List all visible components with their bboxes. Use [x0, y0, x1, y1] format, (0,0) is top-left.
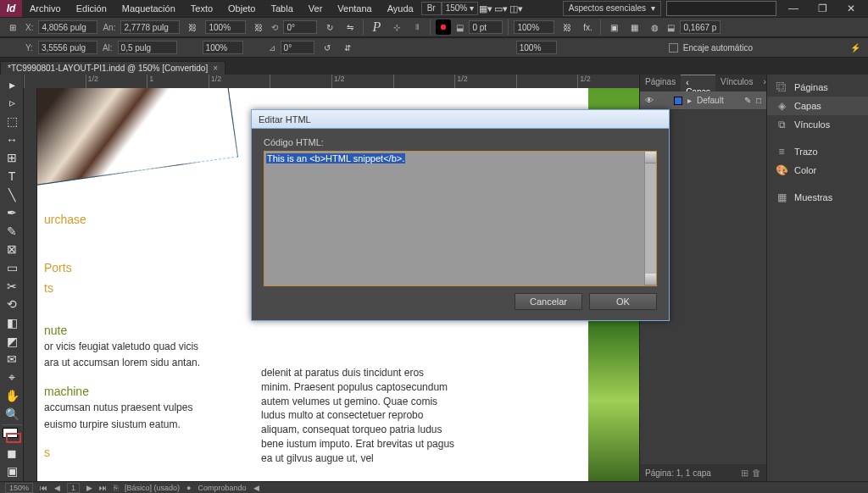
pen-icon[interactable]: ✎ [744, 96, 751, 105]
dock-capas[interactable]: ◈Capas [767, 97, 868, 115]
type-tool-icon[interactable]: T [2, 168, 22, 185]
rotate-cw-icon[interactable]: ↻ [322, 19, 337, 35]
menu-maquetacion[interactable]: Maquetación [114, 0, 183, 17]
note-tool-icon[interactable]: ✉ [2, 351, 22, 368]
view-options-icon[interactable]: ▦▾ [478, 1, 493, 16]
reference-point-icon[interactable]: ⊞ [5, 19, 20, 35]
tab-capas[interactable]: ‹ Capas [681, 75, 715, 91]
close-tab-icon[interactable]: × [213, 64, 218, 73]
autowrap-check[interactable] [669, 43, 678, 53]
ok-button[interactable]: OK [589, 293, 657, 310]
gradient-swatch-icon[interactable]: ◧ [2, 314, 22, 331]
scroll-left-icon[interactable]: ◀ [253, 484, 259, 492]
distribute-icon[interactable]: ⫴ [409, 19, 425, 35]
menu-ventana[interactable]: Ventana [330, 0, 379, 17]
link-scale2-icon[interactable]: ⛓ [559, 19, 575, 35]
workspace-switcher[interactable]: Aspectos esenciales ▾ [563, 1, 661, 16]
scroll-down-icon[interactable]: ▾ [645, 274, 656, 285]
rectangle-tool-icon[interactable]: ▭ [2, 259, 22, 276]
placed-image-top[interactable] [37, 88, 238, 188]
layer-expand-icon[interactable]: ▸ [687, 96, 692, 105]
fill-stroke-icon[interactable] [2, 424, 22, 443]
width-input[interactable] [120, 20, 180, 34]
dock-vinculos[interactable]: ⧉Vínculos [767, 115, 868, 134]
document-tab[interactable]: *TC9990801-LAYOUT-PI1.indd @ 150% [Conve… [0, 61, 225, 75]
gradient-feather-icon[interactable]: ◩ [2, 333, 22, 350]
rotate-ccw-icon[interactable]: ↺ [320, 40, 335, 55]
target-icon[interactable]: □ [756, 96, 761, 105]
zoom-tool-icon[interactable]: 🔍 [2, 406, 22, 423]
eyedropper-tool-icon[interactable]: ⌖ [2, 369, 22, 386]
scale-x2-input[interactable] [514, 20, 554, 34]
align-icon[interactable]: ⊹ [389, 19, 404, 35]
shear-input[interactable] [281, 41, 314, 54]
stroke-weight-input[interactable] [469, 20, 503, 34]
fill-none-icon[interactable] [436, 19, 451, 35]
hand-tool-icon[interactable]: ✋ [2, 388, 22, 405]
direct-select-tool-icon[interactable]: ▹ [2, 95, 22, 112]
html-code-textarea[interactable]: This is an <b>HTML snippet</b>. ▴ ▾ [264, 151, 657, 286]
page-last-icon[interactable]: ⏭ [99, 484, 107, 492]
page-next-icon[interactable]: ▶ [86, 484, 92, 492]
tab-paginas[interactable]: Páginas [640, 75, 681, 91]
screen-mode-tool-icon[interactable]: ▣ [2, 463, 22, 480]
dock-paginas[interactable]: ⿻Páginas [767, 78, 868, 97]
x-input[interactable] [38, 20, 97, 34]
cancel-button[interactable]: Cancelar [515, 293, 582, 310]
transform-tool-icon[interactable]: ⟲ [2, 296, 22, 313]
maximize-button[interactable]: ❐ [810, 1, 834, 16]
status-zoom[interactable]: 150% [5, 483, 33, 493]
dock-muestras[interactable]: ▦Muestras [767, 188, 868, 207]
frame-tool-icon[interactable]: ⊠ [2, 241, 22, 258]
char-format-icon[interactable]: P [369, 19, 384, 35]
page-prev-icon[interactable]: ◀ [54, 484, 60, 492]
menu-ver[interactable]: Ver [301, 0, 331, 17]
menu-edicion[interactable]: Edición [69, 0, 114, 17]
search-input[interactable] [666, 1, 776, 16]
screen-mode-icon[interactable]: ▭▾ [493, 1, 509, 16]
rotation-input[interactable] [283, 20, 317, 34]
close-button[interactable]: ✕ [839, 1, 863, 16]
y-input[interactable] [38, 41, 97, 54]
wrap-bound-icon[interactable]: ▦ [626, 19, 642, 35]
lightning-icon[interactable]: ⚡ [848, 40, 863, 55]
dock-color[interactable]: 🎨Color [767, 161, 868, 180]
menu-texto[interactable]: Texto [183, 0, 220, 17]
gap-tool-icon[interactable]: ↔ [2, 131, 22, 148]
text-frame-right[interactable]: delenit at paratus duis tincidunt eros m… [261, 366, 456, 466]
new-layer-icon[interactable]: ⊞ [741, 468, 748, 479]
selection-tool-icon[interactable]: ▸ [2, 76, 22, 93]
wrap-shape-icon[interactable]: ◍ [647, 19, 662, 35]
pen-tool-icon[interactable]: ✒ [2, 204, 22, 221]
page-first-icon[interactable]: ⏮ [40, 484, 47, 492]
flip-v-icon[interactable]: ⇵ [340, 40, 355, 55]
effects-icon[interactable]: fx. [580, 19, 595, 35]
open-icon[interactable]: ⎘ [114, 484, 118, 492]
page-number[interactable]: 1 [67, 483, 80, 493]
line-tool-icon[interactable]: ╲ [2, 186, 22, 203]
layer-row[interactable]: 👁 ▸ Default ✎ □ [640, 91, 766, 110]
scale-y2-input[interactable] [516, 41, 557, 54]
dock-trazo[interactable]: ≡Trazo [767, 142, 868, 161]
height-input[interactable] [118, 41, 177, 54]
scale-y-input[interactable] [203, 41, 243, 54]
apply-color-icon[interactable]: ◼ [2, 445, 22, 462]
page-tool-icon[interactable]: ⬚ [2, 113, 22, 130]
link-wh-icon[interactable]: ⛓ [185, 19, 200, 35]
arrange-icon[interactable]: ◫▾ [509, 1, 524, 16]
text-frame-left[interactable]: urchase Ports ts nute or vicis feugiat v… [44, 207, 256, 463]
menu-archivo[interactable]: Archivo [22, 0, 69, 17]
scissors-tool-icon[interactable]: ✂ [2, 278, 22, 295]
visibility-icon[interactable]: 👁 [645, 96, 655, 106]
dialog-titlebar[interactable]: Editar HTML [252, 110, 669, 129]
tab-vinculos[interactable]: Vínculos [715, 75, 758, 91]
flip-h-icon[interactable]: ⇋ [342, 19, 358, 35]
scroll-up-icon[interactable]: ▴ [645, 152, 656, 163]
wrap-none-icon[interactable]: ▣ [606, 19, 621, 35]
content-collector-icon[interactable]: ⊞ [2, 150, 22, 167]
menu-tabla[interactable]: Tabla [263, 0, 300, 17]
menu-ayuda[interactable]: Ayuda [380, 0, 421, 17]
minimize-button[interactable]: — [782, 1, 805, 16]
textarea-scrollbar[interactable]: ▴ ▾ [644, 152, 656, 285]
bridge-button[interactable]: Br [421, 2, 442, 15]
